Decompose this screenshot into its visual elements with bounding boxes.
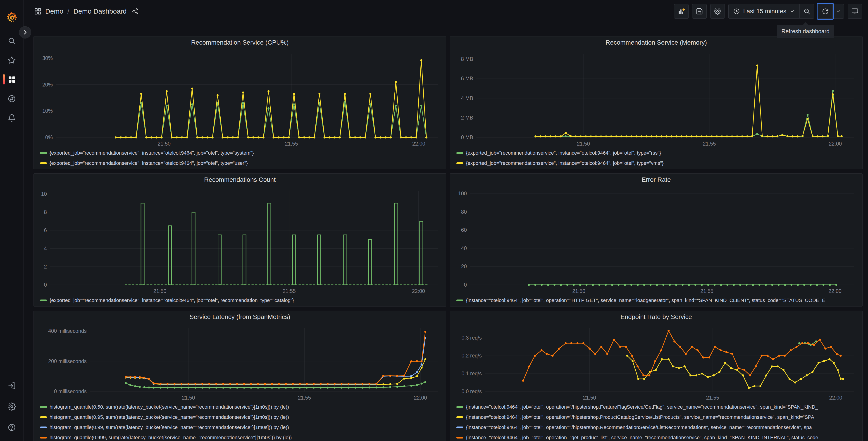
panel-title[interactable]: Recommendation Service (CPU%): [36, 36, 443, 48]
panel-title[interactable]: Recommendation Service (Memory): [453, 36, 860, 48]
panel-endpoint-rate: Endpoint Rate by Service 0.0 req/s0.1 re…: [450, 311, 863, 441]
save-dashboard-button[interactable]: [692, 4, 707, 19]
panel-recommendations-count: Recommendations Count 024681021:5021:552…: [33, 173, 446, 306]
time-range-label: Last 15 minutes: [743, 8, 786, 15]
zoom-out-button[interactable]: [800, 4, 814, 18]
sidebar-item-settings[interactable]: [0, 396, 23, 417]
panel-title[interactable]: Error Rate: [453, 174, 860, 185]
svg-text:10%: 10%: [42, 108, 53, 114]
refresh-interval-dropdown[interactable]: [833, 4, 844, 18]
legend-swatch: [40, 152, 47, 154]
save-icon: [696, 8, 703, 15]
legend-swatch: [40, 437, 47, 439]
sidebar-item-help[interactable]: [0, 417, 23, 438]
legend-item[interactable]: {exported_job="recommendationservice", i…: [456, 158, 860, 168]
panel-service-latency: Service Latency (from SpanMetrics) 0 mil…: [33, 311, 446, 441]
tv-mode-button[interactable]: [848, 4, 862, 19]
breadcrumb-dashboard[interactable]: Demo Dashboard: [73, 7, 126, 15]
svg-text:0.1 req/s: 0.1 req/s: [462, 371, 482, 377]
breadcrumb: Demo / Demo Dashboard: [34, 7, 138, 15]
legend-swatch: [456, 152, 463, 154]
svg-text:21:50: 21:50: [182, 395, 195, 401]
legend-label: {instance="otelcol:9464", job="otel", op…: [466, 297, 825, 303]
compass-icon: [8, 95, 16, 103]
legend-label: histogram_quantile(0.50, sum(rate(latenc…: [50, 404, 289, 410]
endpoint-rate-chart[interactable]: 0.0 req/s0.1 req/s0.2 req/s0.3 req/s21:5…: [453, 323, 860, 401]
legend-swatch: [456, 406, 463, 408]
chevron-down-icon: [789, 9, 795, 14]
grafana-app: Demo / Demo Dashboard: [0, 0, 868, 441]
sidebar-item-sign-in[interactable]: [0, 375, 23, 396]
dashboard-settings-button[interactable]: [710, 4, 725, 19]
toolbar: Last 15 minutes: [674, 4, 862, 19]
legend-label: {instance="otelcol:9464", job="otel", op…: [466, 414, 814, 420]
svg-text:21:50: 21:50: [572, 288, 585, 294]
count-legend: {exported_job="recommendationservice", i…: [36, 295, 443, 305]
time-controls-group: Last 15 minutes: [728, 4, 814, 19]
panel-title[interactable]: Recommendations Count: [36, 174, 443, 185]
svg-text:10: 10: [41, 191, 47, 197]
legend-item[interactable]: {instance="otelcol:9464", job="otel", op…: [456, 402, 860, 412]
bell-icon: [8, 114, 16, 122]
legend-item[interactable]: {instance="otelcol:9464", job="otel", op…: [456, 412, 860, 422]
cpu-chart[interactable]: 0%10%20%30%21:5021:5522:00: [36, 48, 444, 147]
breadcrumb-separator: /: [67, 7, 70, 15]
share-dashboard-button[interactable]: [132, 8, 138, 15]
grafana-logo[interactable]: [6, 8, 18, 27]
svg-text:0 MB: 0 MB: [461, 135, 473, 140]
legend-item[interactable]: {exported_job="recommendationservice", i…: [40, 148, 443, 158]
chevron-right-icon: [22, 29, 28, 35]
svg-text:21:55: 21:55: [298, 395, 311, 401]
legend-item[interactable]: histogram_quantile(0.50, sum(rate(latenc…: [40, 402, 443, 412]
svg-text:0%: 0%: [45, 135, 53, 140]
latency-chart[interactable]: 0 milliseconds200 milliseconds400 millis…: [36, 323, 444, 401]
active-indicator: [3, 74, 5, 84]
legend-item[interactable]: histogram_quantile(0.999, sum(rate(laten…: [40, 432, 443, 441]
sidebar-item-dashboards[interactable]: [0, 70, 23, 89]
svg-text:21:55: 21:55: [703, 141, 716, 147]
sidebar-bottom: [0, 375, 23, 438]
dashboard-grid: Recommendation Service (CPU%) 0%10%20%30…: [24, 23, 868, 441]
legend-item[interactable]: histogram_quantile(0.99, sum(rate(latenc…: [40, 422, 443, 432]
breadcrumb-folder[interactable]: Demo: [45, 7, 63, 15]
error-rate-chart[interactable]: 02040608010021:5021:5522:00: [453, 185, 860, 295]
legend-label: histogram_quantile(0.999, sum(rate(laten…: [50, 435, 292, 441]
svg-text:40: 40: [461, 245, 467, 251]
legend-item[interactable]: {exported_job="recommendationservice", i…: [40, 158, 443, 168]
legend-swatch: [456, 427, 463, 428]
legend-swatch: [456, 416, 463, 418]
memory-chart[interactable]: 0 MB2 MB4 MB6 MB8 MB21:5021:5522:00: [453, 48, 860, 147]
svg-text:8 MB: 8 MB: [461, 56, 473, 62]
legend-label: {instance="otelcol:9464", job="otel", op…: [466, 424, 812, 430]
svg-text:22:00: 22:00: [412, 141, 425, 147]
legend-item[interactable]: {exported_job="recommendationservice", i…: [40, 295, 443, 305]
sidebar-item-favorites[interactable]: [0, 51, 23, 70]
legend-item[interactable]: {instance="otelcol:9464", job="otel", op…: [456, 422, 860, 432]
apps-icon: [8, 76, 16, 84]
sidebar-item-explore[interactable]: [0, 89, 23, 108]
svg-text:4 MB: 4 MB: [461, 95, 473, 101]
legend-swatch: [40, 416, 47, 418]
svg-text:4: 4: [44, 246, 47, 252]
legend-label: {instance="otelcol:9464", job="otel", op…: [466, 435, 821, 441]
legend-item[interactable]: {instance="otelcol:9464", job="otel", op…: [456, 295, 860, 305]
zoom-out-icon: [803, 8, 810, 15]
main-area: Demo / Demo Dashboard: [24, 0, 868, 441]
legend-item[interactable]: {instance="otelcol:9464", job="otel", op…: [456, 432, 860, 441]
time-range-picker[interactable]: Last 15 minutes: [728, 4, 800, 18]
refresh-button[interactable]: [818, 4, 833, 18]
sidebar-expand-button[interactable]: [19, 26, 31, 38]
svg-text:8: 8: [44, 209, 47, 215]
panel-title[interactable]: Endpoint Rate by Service: [453, 311, 860, 323]
refresh-icon: [822, 8, 829, 15]
legend-item[interactable]: {exported_job="recommendationservice", i…: [456, 148, 860, 158]
svg-text:20: 20: [461, 264, 467, 269]
sidebar-item-alerting[interactable]: [0, 108, 23, 127]
svg-text:0: 0: [44, 282, 47, 288]
count-chart[interactable]: 024681021:5021:5522:00: [36, 185, 444, 295]
legend-label: {exported_job="recommendationservice", i…: [50, 160, 248, 166]
panel-title[interactable]: Service Latency (from SpanMetrics): [36, 311, 443, 323]
add-panel-button[interactable]: [674, 4, 688, 19]
legend-item[interactable]: histogram_quantile(0.95, sum(rate(latenc…: [40, 412, 443, 422]
legend-label: histogram_quantile(0.99, sum(rate(latenc…: [50, 424, 289, 430]
